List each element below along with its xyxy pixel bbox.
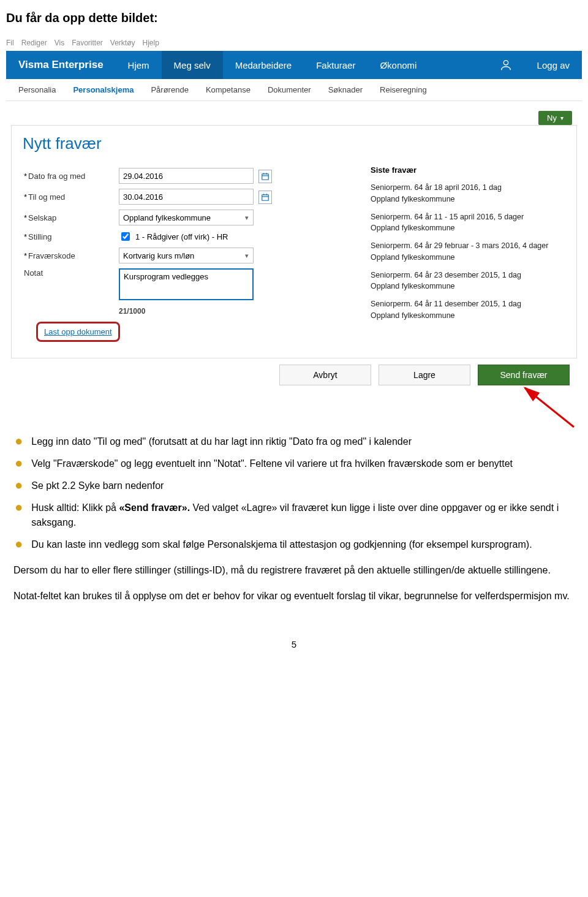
stilling-check-label: 1 - Rådgiver (off virk) - HR — [135, 232, 228, 241]
chevron-down-icon: ▾ — [560, 115, 564, 121]
bullet-item: ●Legg inn dato "Til og med" (forutsatt a… — [15, 434, 573, 449]
paragraph-2: Notat-feltet kan brukes til å opplyse om… — [6, 589, 582, 604]
svg-point-0 — [503, 61, 508, 65]
bullet-item: ●Velg "Fraværskode" og legg eventuelt in… — [15, 456, 573, 471]
person-icon[interactable] — [487, 51, 525, 79]
subnav-parorende[interactable]: Pårørende — [151, 85, 188, 94]
nav-medarbeidere[interactable]: Medarbeidere — [223, 51, 304, 79]
menu-verktoy[interactable]: Verktøy — [110, 39, 135, 47]
save-button[interactable]: Lagre — [379, 365, 470, 385]
siste-item: Seniorperm. 64 år 11 desember 2015, 1 da… — [371, 298, 565, 322]
svg-line-9 — [525, 388, 574, 427]
date-from-input[interactable] — [119, 168, 254, 184]
log-off[interactable]: Logg av — [525, 51, 582, 79]
send-button[interactable]: Send fravær — [478, 365, 570, 385]
label-notat: Notat — [24, 268, 119, 278]
stilling-checkbox[interactable]: 1 - Rådgiver (off virk) - HR — [119, 230, 355, 243]
char-count: 21/1000 — [119, 307, 355, 316]
label-date-from: *Dato fra og med — [24, 172, 119, 181]
date-to-input[interactable] — [119, 189, 254, 205]
bullet-list: ●Legg inn dato "Til og med" (forutsatt a… — [6, 434, 582, 552]
bullet-item: ●Du kan laste inn vedlegg som skal følge… — [15, 537, 573, 552]
label-stilling: *Stilling — [24, 232, 119, 241]
subnav-kompetanse[interactable]: Kompetanse — [206, 85, 251, 94]
nav-fakturaer[interactable]: Fakturaer — [304, 51, 368, 79]
calendar-icon[interactable] — [258, 170, 272, 183]
nav-hjem[interactable]: Hjem — [116, 51, 162, 79]
buttons-row: Avbryt Lagre Send fravær — [6, 365, 577, 385]
svg-rect-5 — [262, 195, 269, 200]
selskap-select[interactable] — [119, 210, 254, 225]
new-button[interactable]: Ny ▾ — [538, 111, 572, 125]
calendar-icon[interactable] — [258, 191, 272, 204]
form-panel: Nytt fravær *Dato fra og med *Til og — [11, 125, 577, 358]
left-form: *Dato fra og med *Til og med — [12, 163, 360, 348]
page-number: 5 — [6, 615, 582, 664]
menu-rediger[interactable]: Rediger — [21, 39, 47, 47]
main-nav: Visma Enterprise Hjem Meg selv Medarbeid… — [6, 51, 582, 79]
subnav-soknader[interactable]: Søknader — [328, 85, 363, 94]
subnav-dokumenter[interactable]: Dokumenter — [268, 85, 311, 94]
cancel-button[interactable]: Avbryt — [279, 365, 371, 385]
stilling-check-input[interactable] — [121, 232, 130, 241]
siste-item: Seniorperm. 64 år 23 desember 2015, 1 da… — [371, 270, 565, 293]
subnav-personalskjema[interactable]: Personalskjema — [73, 85, 134, 94]
siste-item: Seniorperm. 64 år 18 april 2016, 1 dag O… — [371, 182, 565, 205]
menu-fil[interactable]: Fil — [6, 39, 14, 47]
menu-favoritter[interactable]: Favoritter — [72, 39, 103, 47]
siste-fravaer-title: Siste fravær — [371, 165, 565, 175]
bullet-item: ●Se pkt 2.2 Syke barn nedenfor — [15, 479, 573, 493]
ui-screenshot: Fil Rediger Vis Favoritter Verktøy Hjelp… — [6, 35, 582, 422]
panel-title: Nytt fravær — [12, 126, 576, 163]
label-selskap: *Selskap — [24, 213, 119, 222]
nav-meg-selv[interactable]: Meg selv — [162, 51, 223, 79]
right-panel: Siste fravær Seniorperm. 64 år 18 april … — [360, 163, 576, 348]
menu-vis[interactable]: Vis — [55, 39, 64, 47]
siste-item: Seniorperm. 64 år 11 - 15 april 2016, 5 … — [371, 211, 565, 235]
label-fravkode: *Fraværskode — [24, 251, 119, 260]
new-button-label: Ny — [547, 113, 557, 123]
label-date-to: *Til og med — [24, 192, 119, 202]
notat-textarea[interactable] — [119, 268, 254, 300]
upload-link[interactable]: Last opp dokument — [36, 322, 120, 342]
app-menu: Fil Rediger Vis Favoritter Verktøy Hjelp — [6, 35, 582, 51]
siste-item: Seniorperm. 64 år 29 februar - 3 mars 20… — [371, 240, 565, 263]
svg-rect-1 — [262, 174, 269, 180]
paragraph-1: Dersom du har to eller flere stillinger … — [6, 563, 582, 578]
brand-tab[interactable]: Visma Enterprise — [6, 51, 116, 79]
arrow-annotation — [6, 385, 577, 422]
subnav-reiseregning[interactable]: Reiseregning — [380, 85, 427, 94]
fravkode-select[interactable] — [119, 248, 254, 263]
sub-nav: Personalia Personalskjema Pårørende Komp… — [6, 79, 582, 101]
nav-okonomi[interactable]: Økonomi — [368, 51, 429, 79]
doc-intro: Du får da opp dette bildet: — [6, 0, 582, 31]
menu-hjelp[interactable]: Hjelp — [143, 39, 159, 47]
bullet-item: ●Husk alltid: Klikk på «Send fravær». Ve… — [15, 501, 573, 530]
subnav-personalia[interactable]: Personalia — [18, 85, 56, 94]
